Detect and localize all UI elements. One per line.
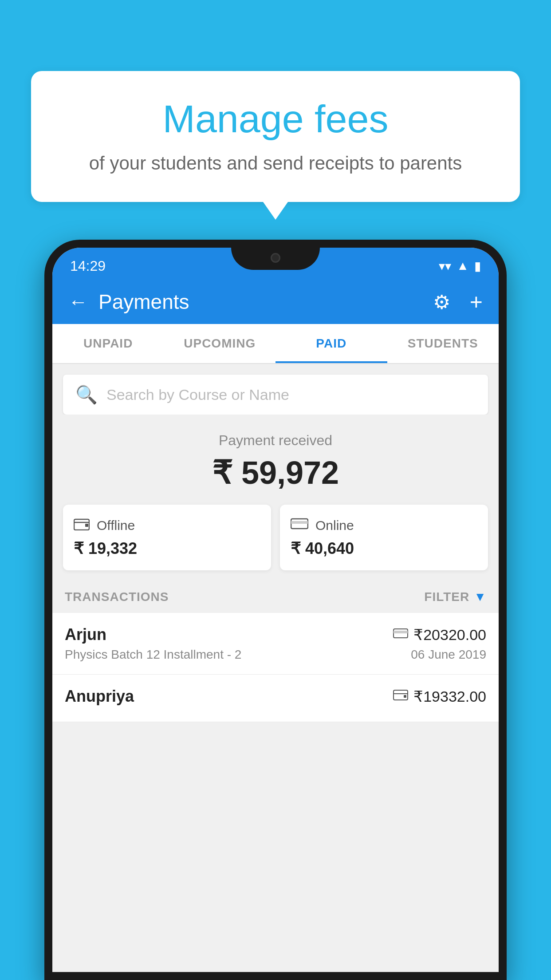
offline-card: Offline ₹ 19,332 [63,505,271,570]
student-name: Arjun [65,625,106,644]
payment-method-icon [393,627,408,642]
speech-bubble: Manage fees of your students and send re… [31,71,520,202]
phone-notch [231,248,320,270]
front-camera [271,253,280,263]
tab-paid[interactable]: PAID [276,324,387,363]
search-icon: 🔍 [75,384,98,405]
filter-icon: ▼ [474,590,486,604]
add-button[interactable]: + [470,289,483,315]
svg-rect-3 [291,521,308,524]
transaction-row[interactable]: Arjun ₹20320.00 Physics Batch 12 Install… [52,613,499,675]
amount-row: ₹19332.00 [393,688,486,705]
offline-icon [74,517,90,534]
payment-method-icon [393,689,408,704]
tab-unpaid[interactable]: UNPAID [52,324,164,363]
transactions-header: TRANSACTIONS FILTER ▼ [52,581,499,613]
tabs-bar: UNPAID UPCOMING PAID STUDENTS [52,324,499,364]
bubble-title: Manage fees [53,98,498,141]
online-icon [291,517,308,534]
payment-received-label: Payment received [52,432,499,449]
course-name: Physics Batch 12 Installment - 2 [65,648,241,662]
transaction-row[interactable]: Anupriya ₹19332.00 [52,675,499,722]
tab-upcoming[interactable]: UPCOMING [164,324,276,363]
phone-frame: 14:29 ▾▾ ▲ ▮ ← Payments ⚙ + UNPAID [44,240,507,980]
status-time: 14:29 [70,258,106,274]
transaction-date: 06 June 2019 [411,648,486,662]
payment-cards-row: Offline ₹ 19,332 Online [52,505,499,581]
transaction-amount: ₹20320.00 [413,626,486,644]
tab-students[interactable]: STUDENTS [387,324,499,363]
online-card: Online ₹ 40,640 [280,505,488,570]
transaction-amount: ₹19332.00 [413,688,486,705]
amount-row: ₹20320.00 [393,626,486,644]
status-icons: ▾▾ ▲ ▮ [439,259,481,273]
online-amount: ₹ 40,640 [291,539,477,558]
student-name: Anupriya [65,687,134,706]
signal-icon: ▲ [457,259,469,273]
phone-screen: 14:29 ▾▾ ▲ ▮ ← Payments ⚙ + UNPAID [52,248,499,972]
battery-icon: ▮ [474,259,481,273]
page-title: Payments [98,290,422,314]
settings-icon[interactable]: ⚙ [433,291,450,313]
svg-rect-5 [394,631,408,633]
payment-received-amount: ₹ 59,972 [52,454,499,491]
filter-label: FILTER [424,590,469,604]
bubble-subtitle: of your students and send receipts to pa… [53,151,498,176]
offline-label: Offline [97,518,135,533]
app-header: ← Payments ⚙ + [52,280,499,324]
offline-amount: ₹ 19,332 [74,539,260,558]
back-button[interactable]: ← [68,291,88,313]
wifi-icon: ▾▾ [439,259,451,273]
filter-row[interactable]: FILTER ▼ [424,590,486,604]
transactions-label: TRANSACTIONS [65,590,169,604]
search-input[interactable]: Search by Course or Name [106,386,289,403]
online-label: Online [315,518,354,533]
svg-rect-7 [404,695,406,698]
payment-received-section: Payment received ₹ 59,972 [52,415,499,505]
svg-rect-1 [85,524,88,527]
search-bar[interactable]: 🔍 Search by Course or Name [63,375,488,415]
